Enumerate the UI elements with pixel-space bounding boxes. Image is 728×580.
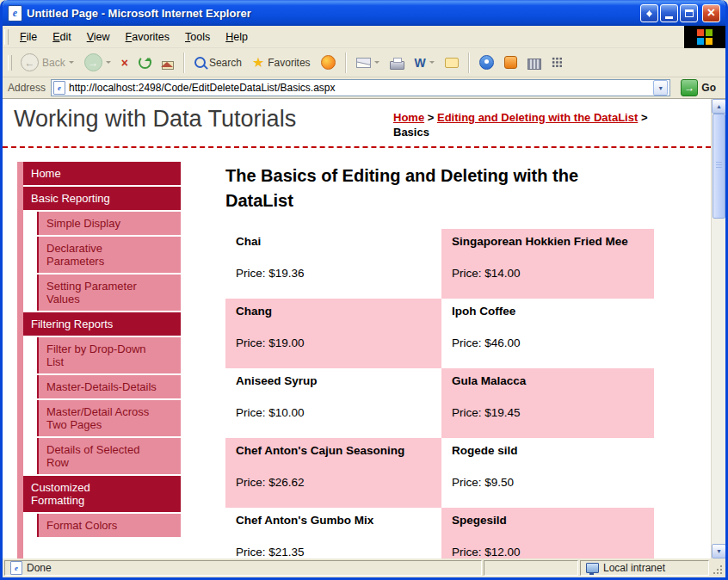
search-icon (194, 57, 206, 68)
edit-button[interactable] (410, 54, 440, 71)
forward-icon (84, 53, 102, 71)
sidebar-item-master-details-details[interactable]: Master-Details-Details (37, 375, 181, 398)
product-price: Price: $21.35 (236, 546, 431, 558)
sidebar-item-format-colors[interactable]: Format Colors (37, 514, 181, 537)
menu-favorites[interactable]: Favorites (118, 28, 177, 46)
product-name: Ipoh Coffee (452, 305, 644, 318)
sidebar-item-label: Format Colors (46, 519, 117, 532)
sidebar-item-home[interactable]: Home (23, 162, 181, 185)
close-button[interactable] (702, 4, 720, 22)
sidebar-item-filter-by-drop-down-list[interactable]: Filter by Drop-Down List (37, 337, 181, 373)
product-cell: Chang Price: $19.00 (225, 299, 441, 368)
product-price: Price: $19.36 (236, 267, 431, 281)
product-cell: Chai Price: $19.36 (225, 229, 441, 299)
address-dropdown-button[interactable] (653, 80, 668, 96)
product-cell: Chef Anton's Gumbo Mix Price: $21.35 (225, 508, 441, 558)
star-icon (252, 56, 264, 70)
search-button[interactable]: Search (189, 54, 247, 71)
discuss-icon (445, 58, 459, 68)
sidebar-item-label: Details of Selected Row (46, 443, 139, 469)
menu-bar: File Edit View Favorites Tools Help (3, 26, 725, 48)
product-name: Rogede sild (452, 444, 644, 458)
product-name: Chef Anton's Gumbo Mix (236, 514, 431, 528)
page-header: Working with Data Tutorials Home > Editi… (3, 99, 711, 148)
zone-label: Local intranet (603, 562, 665, 574)
product-cell: Singaporean Hokkien Fried Mee Price: $14… (441, 229, 654, 299)
home-button[interactable] (157, 53, 179, 72)
back-icon (21, 53, 39, 71)
menu-grip[interactable] (4, 29, 9, 45)
mail-button[interactable] (351, 55, 385, 71)
sidebar-item-details-of-selected-row[interactable]: Details of Selected Row (37, 438, 181, 474)
browser-viewport: Working with Data Tutorials Home > Editi… (3, 99, 725, 558)
messenger-button[interactable] (474, 52, 499, 72)
sidebar-item-label: Home (31, 167, 61, 180)
mail-dropdown-icon (374, 61, 379, 66)
product-cell: Ipoh Coffee Price: $46.00 (441, 299, 654, 368)
address-input[interactable]: http://localhost:2498/Code/EditDeleteDat… (51, 79, 670, 96)
stop-button[interactable] (116, 53, 133, 72)
breadcrumb: Home > Editing and Deleting with the Dat… (393, 110, 700, 139)
menu-edit[interactable]: Edit (45, 28, 79, 46)
scroll-up-button[interactable] (712, 99, 726, 114)
print-button[interactable] (385, 53, 410, 72)
full-screen-button[interactable] (640, 4, 658, 22)
minimize-button[interactable] (660, 4, 678, 22)
product-name: Singaporean Hokkien Fried Mee (452, 235, 644, 249)
sidebar-item-simple-display[interactable]: Simple Display (37, 212, 181, 235)
sidebar-item-label: Setting Parameter Values (46, 280, 137, 305)
search-label: Search (209, 57, 242, 69)
product-cell: Spegesild Price: $12.00 (441, 508, 654, 558)
back-label: Back (42, 57, 65, 69)
sidebar-item-label: Master/Detail Across Two Pages (46, 405, 149, 431)
breadcrumb-separator: > (428, 111, 435, 124)
research-icon (504, 56, 517, 69)
sidebar-item-label: Basic Reporting (31, 192, 110, 205)
status-page-icon (10, 561, 22, 575)
sidebar-item-filtering-reports[interactable]: Filtering Reports (23, 312, 181, 336)
status-spacer-pane (484, 560, 578, 576)
back-button[interactable]: Back (15, 51, 79, 74)
menu-view[interactable]: View (79, 28, 118, 46)
maximize-icon (685, 9, 694, 17)
product-name: Aniseed Syrup (236, 374, 431, 388)
breadcrumb-separator: > (641, 111, 648, 124)
toolbar-grip[interactable] (8, 55, 12, 71)
refresh-button[interactable] (133, 53, 157, 71)
sidebar-item-label: Declarative Parameters (46, 242, 104, 268)
address-label: Address (8, 82, 46, 94)
media-button[interactable] (316, 52, 341, 72)
discuss-button[interactable] (440, 55, 464, 71)
product-price: Price: $9.50 (452, 476, 644, 490)
go-button[interactable]: Go (676, 78, 720, 97)
favorites-button[interactable]: Favorites (247, 53, 316, 72)
favorites-label: Favorites (268, 57, 310, 69)
tiles-button[interactable] (546, 54, 568, 71)
sidebar-item-declarative-parameters[interactable]: Declarative Parameters (37, 237, 181, 273)
maximize-button[interactable] (680, 4, 698, 22)
windows-flag-icon (697, 29, 713, 45)
forward-button[interactable] (79, 51, 116, 74)
menu-tools[interactable]: Tools (177, 28, 218, 46)
stop-icon (121, 56, 128, 70)
sidebar-nav: Home Basic Reporting Simple Display Decl… (17, 162, 181, 539)
go-label: Go (701, 82, 716, 94)
sidebar-item-customized-formatting[interactable]: Customized Formatting (23, 476, 181, 512)
product-name: Gula Malacca (452, 374, 644, 388)
title-bar[interactable]: Untitled Page - Microsoft Internet Explo… (3, 0, 725, 26)
scrollbar-thumb[interactable] (713, 114, 725, 219)
breadcrumb-home-link[interactable]: Home (393, 111, 424, 124)
research-button[interactable] (499, 53, 522, 71)
browser-window: Untitled Page - Microsoft Internet Explo… (0, 0, 728, 580)
menu-file[interactable]: File (12, 28, 45, 46)
sites-button[interactable] (522, 53, 546, 72)
resize-grip[interactable] (711, 560, 724, 576)
menu-help[interactable]: Help (218, 28, 256, 46)
vertical-scrollbar[interactable] (711, 99, 725, 558)
sidebar-item-setting-parameter-values[interactable]: Setting Parameter Values (37, 275, 181, 311)
sidebar-item-basic-reporting[interactable]: Basic Reporting (23, 187, 181, 210)
sidebar-item-master-detail-across-two-pages[interactable]: Master/Detail Across Two Pages (37, 400, 181, 436)
scroll-down-button[interactable] (712, 544, 726, 558)
status-message-pane: Done (4, 560, 482, 576)
breadcrumb-section-link[interactable]: Editing and Deleting with the DataList (437, 111, 638, 124)
